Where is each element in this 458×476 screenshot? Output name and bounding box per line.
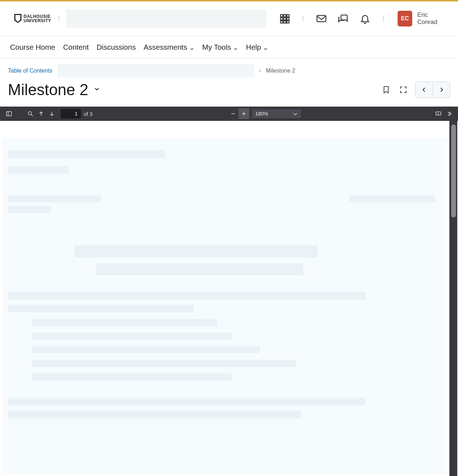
nav-label: Discussions: [97, 43, 136, 51]
nav-help[interactable]: Help: [246, 43, 268, 51]
nav-label: Course Home: [10, 43, 55, 51]
nav-content[interactable]: Content: [63, 43, 89, 51]
zoom-select[interactable]: 50%75%100%125%150%180%200%: [251, 109, 301, 119]
nav-mytools[interactable]: My Tools: [202, 43, 238, 51]
page-count-label: of 3: [84, 111, 93, 117]
search-icon[interactable]: [25, 108, 36, 119]
svg-point-12: [28, 112, 31, 115]
svg-rect-4: [284, 18, 286, 20]
chevron-down-icon: [263, 45, 268, 50]
scrollbar-thumb[interactable]: [451, 124, 456, 217]
page-number-input[interactable]: [61, 109, 81, 118]
svg-rect-6: [281, 21, 283, 23]
nav-course-home[interactable]: Course Home: [10, 43, 55, 51]
svg-rect-9: [317, 15, 326, 22]
svg-rect-0: [281, 14, 283, 16]
chat-icon[interactable]: [336, 11, 351, 26]
page-title-menu[interactable]: [93, 85, 100, 94]
prev-page-button[interactable]: [415, 82, 433, 98]
nav-label: Help: [246, 43, 261, 51]
page-down-icon[interactable]: [46, 108, 57, 119]
breadcrumb-module[interactable]: [58, 64, 254, 78]
document-page: [3, 138, 446, 474]
page-title: Milestone 2: [8, 81, 88, 99]
bell-icon[interactable]: [358, 11, 373, 26]
zoom-out-icon[interactable]: [228, 108, 238, 119]
nav-assessments[interactable]: Assessments: [144, 43, 194, 51]
more-tools-icon[interactable]: [444, 108, 454, 119]
apps-grid-icon[interactable]: [277, 11, 292, 26]
apps-more-button[interactable]: [298, 16, 307, 21]
svg-rect-1: [284, 14, 286, 16]
course-menu-button[interactable]: [54, 16, 63, 21]
shield-icon: [14, 14, 21, 23]
svg-line-13: [31, 114, 33, 116]
breadcrumb-separator: ›: [259, 68, 261, 74]
breadcrumb-current: Milestone 2: [266, 68, 295, 74]
avatar-initials: EC: [401, 15, 409, 22]
document-viewport: [0, 121, 458, 476]
document-scrollbar[interactable]: [449, 121, 457, 476]
nav-label: Assessments: [144, 43, 187, 51]
svg-rect-8: [287, 21, 289, 23]
bookmark-icon[interactable]: [381, 84, 391, 95]
course-nav: Course Home Content Discussions Assessme…: [0, 36, 458, 59]
svg-rect-2: [287, 14, 289, 16]
mail-icon[interactable]: [314, 11, 329, 26]
user-name[interactable]: Eric Conrad: [417, 11, 447, 26]
svg-rect-5: [287, 18, 289, 20]
chevron-down-icon: [233, 45, 238, 50]
present-icon[interactable]: [433, 108, 444, 119]
zoom-in-icon[interactable]: [238, 108, 249, 119]
course-selector[interactable]: [66, 9, 266, 28]
global-header: DALHOUSIE UNIVERSITY EC Eric Conrad: [0, 1, 458, 36]
nav-discussions[interactable]: Discussions: [97, 43, 136, 51]
nav-label: My Tools: [202, 43, 231, 51]
brand-line1: DALHOUSIE: [24, 14, 51, 19]
page-up-icon[interactable]: [36, 108, 46, 119]
breadcrumb: Table of Contents › Milestone 2: [8, 63, 450, 79]
svg-rect-3: [281, 18, 283, 20]
brand-logo[interactable]: DALHOUSIE UNIVERSITY: [14, 14, 51, 23]
content-pager: [415, 82, 450, 98]
brand-text: DALHOUSIE UNIVERSITY: [24, 14, 51, 23]
nav-label: Content: [63, 43, 89, 51]
pdf-toolbar: of 3 50%75%100%125%150%180%200%: [0, 107, 458, 121]
avatar[interactable]: EC: [398, 11, 412, 26]
next-page-button[interactable]: [433, 82, 450, 98]
sidebar-toggle-icon[interactable]: [4, 108, 14, 119]
brand-line2: UNIVERSITY: [24, 19, 51, 23]
fullscreen-icon[interactable]: [398, 84, 409, 95]
alerts-more-button[interactable]: [379, 16, 388, 21]
svg-rect-7: [284, 21, 286, 23]
breadcrumb-toc[interactable]: Table of Contents: [8, 68, 53, 74]
chevron-down-icon: [189, 45, 194, 50]
svg-rect-10: [6, 112, 11, 116]
